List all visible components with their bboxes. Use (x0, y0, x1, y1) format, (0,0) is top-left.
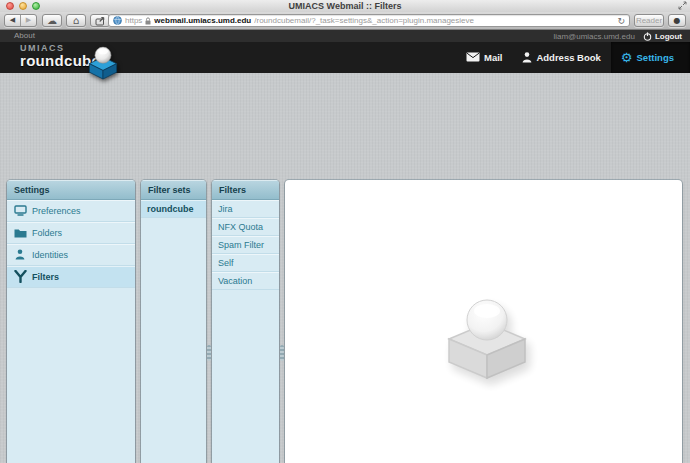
settings-panel-header: Settings (7, 180, 135, 200)
url-scheme: https (125, 16, 142, 25)
content-area (285, 180, 682, 463)
icloud-button[interactable]: ☁ (42, 14, 62, 27)
home-icon: ⌂ (73, 15, 79, 26)
traffic-lights (6, 2, 40, 10)
person-icon (522, 52, 532, 63)
nav-settings[interactable]: ⚙ Settings (611, 41, 690, 73)
user-email: liam@umiacs.umd.edu (553, 32, 634, 41)
session-box: liam@umiacs.umd.edu Logout (553, 30, 682, 42)
workspace: Settings Preferences Folders (0, 73, 690, 463)
nav-address-book[interactable]: Address Book (512, 41, 610, 73)
nav-mail[interactable]: Mail (456, 41, 512, 73)
record-circle-icon: ● (674, 16, 681, 25)
splitter-handle[interactable] (280, 345, 284, 361)
settings-item-identities[interactable]: Identities (7, 244, 135, 266)
splitter-handle[interactable] (207, 345, 211, 361)
settings-item-label: Identities (32, 250, 68, 260)
gear-icon: ⚙ (621, 51, 633, 64)
lock-icon (145, 17, 151, 25)
filter-icon (13, 270, 27, 283)
minimize-window-button[interactable] (19, 2, 27, 10)
filter-item-spam-filter[interactable]: Spam Filter (212, 236, 279, 254)
share-button[interactable] (90, 14, 110, 27)
filter-item-nfx-quota[interactable]: NFX Quota (212, 218, 279, 236)
power-icon (643, 32, 652, 41)
about-link[interactable]: About (14, 31, 35, 40)
back-button[interactable]: ◀ (5, 15, 20, 26)
envelope-icon (466, 52, 480, 62)
logout-button[interactable]: Logout (643, 32, 682, 41)
filter-set-item-roundcube[interactable]: roundcube (141, 200, 206, 218)
filter-item-vacation[interactable]: Vacation (212, 272, 279, 290)
filter-sets-panel-header: Filter sets (141, 180, 206, 200)
url-path: /roundcubemail/?_task=settings&_action=p… (254, 16, 612, 25)
settings-panel: Settings Preferences Folders (7, 180, 135, 463)
settings-item-label: Filters (32, 272, 59, 282)
settings-item-filters[interactable]: Filters (7, 266, 135, 288)
site-favicon-globe-icon (113, 16, 122, 25)
cloud-icon: ☁ (47, 15, 57, 26)
roundcube-logo-icon (86, 43, 120, 81)
zoom-window-button[interactable] (32, 2, 40, 10)
nav-mail-label: Mail (484, 52, 502, 63)
app-topbar: About liam@umiacs.umd.edu Logout (0, 29, 690, 42)
main-nav: Mail Address Book ⚙ Settings (456, 41, 690, 73)
settings-item-preferences[interactable]: Preferences (7, 200, 135, 222)
window-title: UMIACS Webmail :: Filters (60, 1, 630, 11)
browser-window: UMIACS Webmail :: Filters ◀ ▶ ☁ ⌂ (0, 0, 690, 463)
reader-button[interactable]: Reader (634, 14, 664, 27)
folder-icon (13, 228, 27, 238)
home-button[interactable]: ⌂ (66, 14, 86, 27)
settings-item-label: Preferences (32, 206, 81, 216)
filters-panel-header: Filters (212, 180, 279, 200)
address-bar[interactable]: https webmail.umiacs.umd.edu /roundcubem… (108, 14, 630, 27)
fullscreen-icon[interactable] (678, 1, 687, 10)
reload-button[interactable]: ↻ (617, 16, 625, 26)
url-domain: webmail.umiacs.umd.edu (154, 16, 251, 25)
identity-icon (13, 249, 27, 260)
app-banner: UMIACS roundcube Mail (0, 41, 690, 73)
nav-address-book-label: Address Book (536, 52, 600, 63)
close-window-button[interactable] (6, 2, 14, 10)
share-icon (95, 16, 106, 26)
filter-sets-panel: Filter sets roundcube + ⚙ ▾ (141, 180, 206, 463)
browser-toolbar: ◀ ▶ ☁ ⌂ https webmail.umiacs.umd.e (0, 12, 690, 30)
filter-item-jira[interactable]: Jira (212, 200, 279, 218)
logout-label: Logout (655, 32, 682, 41)
display-icon (13, 205, 27, 216)
history-nav-control: ◀ ▶ (4, 14, 37, 27)
downloads-button[interactable]: ● (668, 14, 686, 27)
filters-panel: Filters Jira NFX Quota Spam Filter Self … (212, 180, 279, 463)
nav-settings-label: Settings (637, 52, 674, 63)
forward-button[interactable]: ▶ (20, 15, 36, 26)
settings-item-folders[interactable]: Folders (7, 222, 135, 244)
roundcube-watermark-icon (437, 290, 537, 385)
filter-item-self[interactable]: Self (212, 254, 279, 272)
settings-item-label: Folders (32, 228, 62, 238)
